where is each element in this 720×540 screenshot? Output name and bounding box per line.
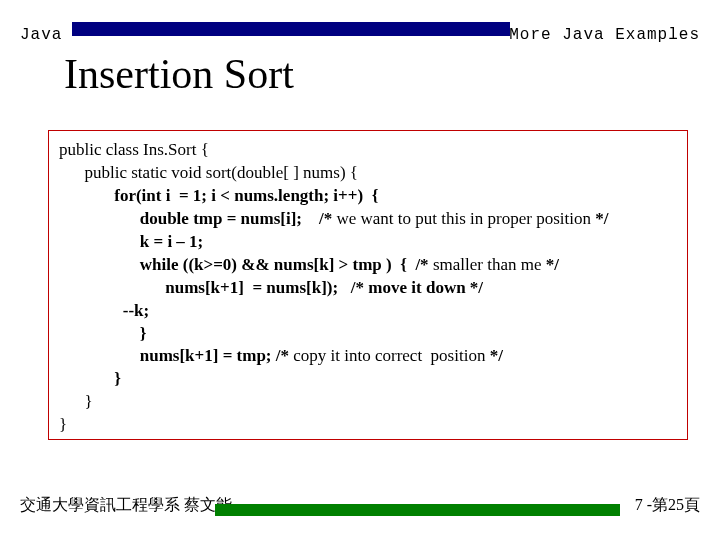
code-line: } xyxy=(59,392,93,411)
code-line: } xyxy=(59,415,67,434)
header-left: Java xyxy=(20,26,62,44)
code-line: --k; xyxy=(59,301,149,320)
code-line: public class Ins.Sort { xyxy=(59,140,209,159)
code-line: double tmp = nums[i]; /* xyxy=(59,209,336,228)
code-box: public class Ins.Sort { public static vo… xyxy=(48,130,688,440)
code-line: for(int i = 1; i < nums.length; i++) { xyxy=(59,186,378,205)
code-line: nums[k+1] = nums[k]); /* move it down */ xyxy=(59,278,483,297)
footer-left: 交通大學資訊工程學系 蔡文能 xyxy=(20,495,232,516)
code-line: */ xyxy=(546,255,559,274)
footer-right: 7 -第25頁 xyxy=(635,495,700,516)
slide: Java More Java Examples Insertion Sort p… xyxy=(0,0,720,540)
code-line: public static void sort(double[ ] nums) … xyxy=(59,163,358,182)
code-line: } xyxy=(59,369,121,388)
code-comment: smaller than me xyxy=(433,255,546,274)
code-line: */ xyxy=(490,346,503,365)
code-block: public class Ins.Sort { public static vo… xyxy=(59,139,677,437)
header-rule xyxy=(72,22,510,36)
code-line: */ xyxy=(595,209,608,228)
code-line: while ((k>=0) && nums[k] > tmp ) { /* xyxy=(59,255,433,274)
code-comment: copy it into correct position xyxy=(293,346,489,365)
code-line: nums[k+1] = tmp; /* xyxy=(59,346,293,365)
code-line: } xyxy=(59,324,146,343)
header-right: More Java Examples xyxy=(509,26,700,44)
footer-rule xyxy=(215,504,620,516)
code-line: k = i – 1; xyxy=(59,232,203,251)
code-comment: we want to put this in proper position xyxy=(336,209,595,228)
slide-title: Insertion Sort xyxy=(64,50,294,98)
